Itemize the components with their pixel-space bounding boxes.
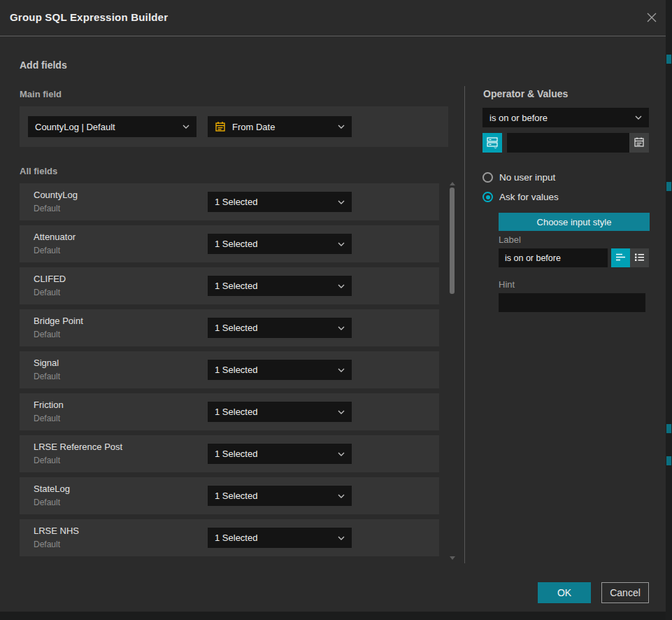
field-selection-value: 1 Selected bbox=[215, 281, 257, 291]
close-icon bbox=[645, 11, 658, 27]
ok-button[interactable]: OK bbox=[538, 582, 591, 603]
list-input-style-button[interactable] bbox=[630, 248, 649, 267]
field-name: CLIFED bbox=[34, 274, 66, 284]
main-layer-select-value: CountyLog | Default bbox=[35, 122, 115, 132]
field-row-lrse-reference-post: LRSE Reference Post Default 1 Selected bbox=[20, 435, 439, 472]
main-field-select-value: From Date bbox=[232, 122, 275, 132]
cancel-button[interactable]: Cancel bbox=[601, 582, 649, 603]
chevron-down-icon bbox=[338, 200, 345, 204]
field-name: StateLog bbox=[34, 484, 70, 494]
field-sublabel: Default bbox=[34, 414, 60, 423]
calendar-icon bbox=[215, 121, 226, 132]
close-button[interactable] bbox=[645, 12, 659, 26]
dialog-titlebar: Group SQL Expression Builder bbox=[0, 0, 666, 36]
label-field-label: Label bbox=[499, 234, 521, 245]
date-picker-icon bbox=[634, 136, 645, 150]
date-picker-button[interactable] bbox=[629, 133, 649, 153]
field-name: Friction bbox=[34, 400, 64, 410]
chevron-down-icon bbox=[338, 326, 345, 330]
field-sublabel: Default bbox=[34, 246, 60, 255]
field-sublabel: Default bbox=[34, 540, 60, 549]
field-row-statelog: StateLog Default 1 Selected bbox=[20, 477, 439, 514]
field-name: Signal bbox=[34, 358, 59, 368]
field-selection-select[interactable]: 1 Selected bbox=[208, 234, 352, 254]
list-input-style-icon bbox=[634, 253, 645, 264]
all-fields-list: CountyLog Default 1 Selected Attenuator … bbox=[20, 183, 439, 561]
field-selection-select[interactable]: 1 Selected bbox=[208, 444, 352, 464]
field-selection-select[interactable]: 1 Selected bbox=[208, 402, 352, 422]
chevron-down-icon bbox=[338, 125, 345, 129]
hint-field-label: Hint bbox=[499, 279, 515, 290]
field-name: LRSE Reference Post bbox=[34, 442, 122, 452]
scrollbar-up-arrow[interactable] bbox=[450, 182, 455, 185]
hint-input[interactable] bbox=[499, 293, 645, 312]
background-accent bbox=[666, 182, 671, 191]
radio-label: No user input bbox=[499, 172, 555, 183]
operator-values-heading: Operator & Values bbox=[483, 88, 568, 99]
label-input[interactable] bbox=[499, 248, 608, 267]
chevron-down-icon bbox=[338, 242, 345, 246]
value-type-stack-icon bbox=[486, 136, 499, 150]
field-selection-select[interactable]: 1 Selected bbox=[208, 276, 352, 296]
radio-circle-icon bbox=[482, 172, 493, 183]
field-selection-select[interactable]: 1 Selected bbox=[208, 192, 352, 212]
dialog-title: Group SQL Expression Builder bbox=[10, 11, 168, 23]
operator-select-value: is on or before bbox=[489, 113, 548, 123]
field-sublabel: Default bbox=[34, 498, 60, 507]
field-selection-value: 1 Selected bbox=[215, 533, 257, 543]
radio-no-user-input[interactable]: No user input bbox=[482, 172, 555, 183]
chevron-down-icon bbox=[338, 410, 345, 414]
value-type-toggle-button[interactable] bbox=[482, 133, 502, 153]
fields-list-scrollbar[interactable] bbox=[449, 182, 455, 560]
scrollbar-down-arrow[interactable] bbox=[450, 556, 455, 560]
chevron-down-icon bbox=[635, 115, 642, 120]
background-accent bbox=[666, 424, 671, 433]
radio-circle-icon bbox=[482, 192, 493, 202]
background-accent bbox=[666, 456, 671, 465]
chevron-down-icon bbox=[338, 536, 345, 540]
field-selection-select[interactable]: 1 Selected bbox=[208, 528, 352, 548]
field-selection-value: 1 Selected bbox=[215, 197, 257, 207]
field-selection-value: 1 Selected bbox=[215, 365, 257, 375]
add-fields-heading: Add fields bbox=[20, 59, 67, 71]
field-name: Bridge Point bbox=[34, 316, 83, 326]
field-name: LRSE NHS bbox=[34, 526, 79, 536]
scrollbar-thumb[interactable] bbox=[450, 188, 455, 294]
group-sql-expression-builder-dialog: Group SQL Expression Builder Add fields … bbox=[0, 0, 666, 612]
main-layer-select[interactable]: CountyLog | Default bbox=[28, 116, 196, 137]
field-selection-value: 1 Selected bbox=[215, 407, 257, 417]
background-app-strip bbox=[666, 0, 672, 620]
field-selection-value: 1 Selected bbox=[215, 491, 257, 501]
main-field-panel: CountyLog | Default From Date bbox=[20, 106, 448, 147]
field-sublabel: Default bbox=[34, 330, 60, 339]
operator-select[interactable]: is on or before bbox=[482, 108, 649, 127]
background-accent bbox=[666, 55, 671, 64]
field-selection-select[interactable]: 1 Selected bbox=[208, 318, 352, 338]
chevron-down-icon bbox=[338, 452, 345, 456]
field-sublabel: Default bbox=[34, 456, 60, 465]
text-input-style-button[interactable] bbox=[611, 248, 630, 267]
field-sublabel: Default bbox=[34, 204, 60, 213]
main-field-label: Main field bbox=[20, 89, 62, 99]
radio-ask-for-values[interactable]: Ask for values bbox=[482, 192, 559, 202]
field-selection-value: 1 Selected bbox=[215, 239, 257, 249]
field-selection-select[interactable]: 1 Selected bbox=[208, 486, 352, 506]
main-field-select[interactable]: From Date bbox=[208, 116, 352, 137]
field-name: Attenuator bbox=[34, 232, 76, 242]
field-selection-value: 1 Selected bbox=[215, 323, 257, 333]
radio-label: Ask for values bbox=[499, 192, 559, 202]
field-name: CountyLog bbox=[34, 190, 78, 200]
text-input-style-icon bbox=[615, 253, 626, 264]
field-selection-value: 1 Selected bbox=[215, 449, 257, 459]
field-row-signal: Signal Default 1 Selected bbox=[20, 351, 439, 388]
panel-divider bbox=[464, 86, 465, 563]
value-input[interactable] bbox=[507, 133, 629, 153]
field-sublabel: Default bbox=[34, 288, 60, 297]
field-row-friction: Friction Default 1 Selected bbox=[20, 393, 439, 430]
field-row-bridge-point: Bridge Point Default 1 Selected bbox=[20, 309, 439, 346]
field-row-countylog: CountyLog Default 1 Selected bbox=[20, 183, 439, 220]
field-selection-select[interactable]: 1 Selected bbox=[208, 360, 352, 380]
all-fields-label: All fields bbox=[20, 166, 57, 176]
chevron-down-icon bbox=[338, 368, 345, 372]
choose-input-style-button[interactable]: Choose input style bbox=[499, 213, 650, 231]
